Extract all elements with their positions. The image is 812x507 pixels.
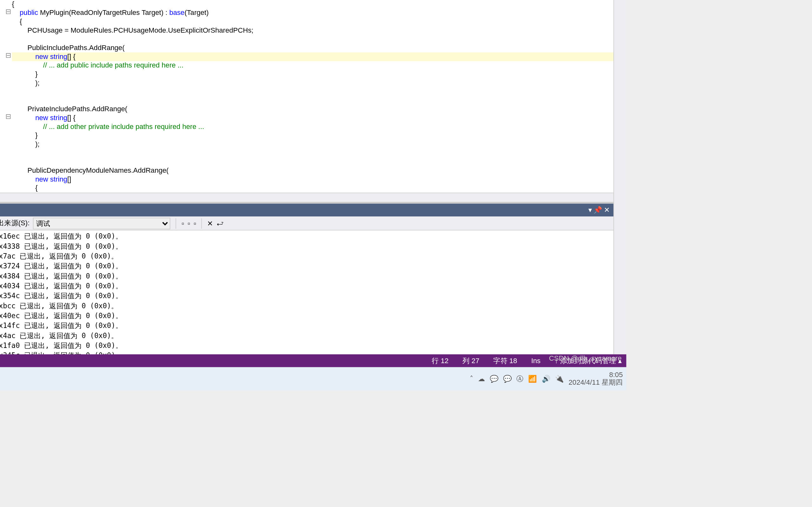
output-toolbar: 显示输出来源(S): 调试 ▫ ▫ ▫ ✕ ⮐ bbox=[0, 216, 613, 230]
wifi-icon[interactable]: 📶 bbox=[528, 375, 537, 383]
panel-close-icon[interactable]: ✕ bbox=[604, 206, 610, 214]
right-side-tabs: 服务器资源管理器工具箱属性诊断工具 bbox=[613, 0, 626, 354]
out-ic[interactable]: ▫ bbox=[188, 219, 190, 228]
editor-area: OtherM.cppCoreTwo.cppOtherM.Build.csPlug… bbox=[0, 0, 613, 354]
output-text[interactable]: 线程 0x16ec 已退出, 返回值为 0 (0x0)。 线程 0x4338 已… bbox=[0, 230, 613, 354]
tray-icon[interactable]: ☁ bbox=[478, 375, 485, 383]
volume-icon[interactable]: 🔊 bbox=[542, 375, 551, 383]
status-ins: Ins bbox=[531, 357, 541, 365]
status-bar: ▭ 就绪 行 12 列 27 字符 18 Ins ↑ 添加到源代码管理 ▴ bbox=[0, 354, 626, 367]
wrap-icon[interactable]: ⮐ bbox=[217, 219, 223, 228]
windows-taskbar: ⊞ 🔍 搜索 ▭ 🌐 🔴 📁 ˄ ☁ 💬 💬 Ⓐ 📶 🔊 🔌 8:052024/… bbox=[0, 367, 626, 391]
clock[interactable]: 8:052024/4/11 星期四 bbox=[569, 371, 623, 387]
zoom-level[interactable]: 100 % ▾ bbox=[0, 193, 613, 202]
panel-dropdown-icon[interactable]: ▾ bbox=[589, 206, 592, 214]
tray-icon[interactable]: 💬 bbox=[490, 375, 499, 383]
power-icon[interactable]: 🔌 bbox=[555, 375, 564, 383]
tray-icon[interactable]: 💬 bbox=[503, 375, 512, 383]
out-ic[interactable]: ▫ bbox=[194, 219, 196, 228]
out-ic[interactable]: ▫ bbox=[182, 219, 184, 228]
code-editor[interactable]: 1234567891011121314151617181920212223242… bbox=[0, 0, 613, 193]
output-source-label: 显示输出来源(S): bbox=[0, 218, 30, 228]
output-source-select[interactable]: 调试 bbox=[33, 217, 170, 229]
status-col: 列 27 bbox=[462, 356, 479, 366]
tray-icon[interactable]: Ⓐ bbox=[516, 374, 523, 384]
status-line: 行 12 bbox=[432, 356, 449, 366]
clear-icon[interactable]: ✕ bbox=[207, 219, 213, 228]
status-char: 字符 18 bbox=[493, 356, 517, 366]
output-header: 输出 ▾📌✕ bbox=[0, 204, 613, 217]
status-source-control[interactable]: ↑ 添加到源代码管理 ▴ bbox=[554, 356, 621, 366]
tray-up-icon[interactable]: ˄ bbox=[470, 375, 473, 383]
panel-pin-icon[interactable]: 📌 bbox=[594, 206, 602, 214]
output-panel: 输出 ▾📌✕ 显示输出来源(S): 调试 ▫ ▫ ▫ ✕ ⮐ 线程 0x16ec… bbox=[0, 202, 613, 354]
